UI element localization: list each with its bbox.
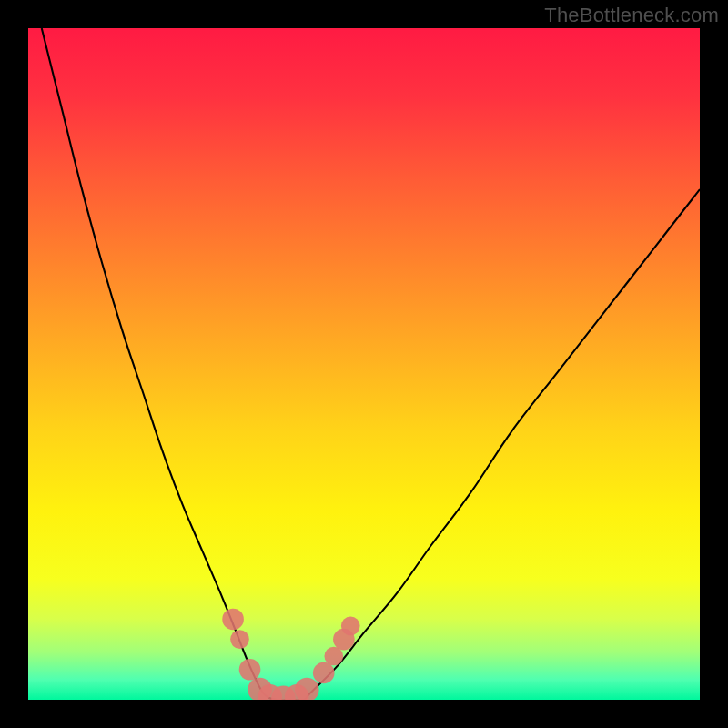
- plot-area: [28, 28, 700, 700]
- v-curve-path: [42, 28, 700, 700]
- watermark-text: TheBottleneck.com: [544, 4, 719, 27]
- data-marker: [239, 659, 261, 681]
- data-marker: [230, 630, 249, 649]
- data-marker: [222, 609, 244, 631]
- data-marker: [324, 647, 343, 666]
- curve-layer: [28, 28, 700, 700]
- chart-frame: TheBottleneck.com: [0, 0, 728, 728]
- bottleneck-curve: [42, 28, 700, 700]
- data-marker: [313, 662, 335, 684]
- data-marker: [341, 616, 360, 635]
- data-markers: [222, 609, 359, 700]
- data-marker: [295, 678, 319, 700]
